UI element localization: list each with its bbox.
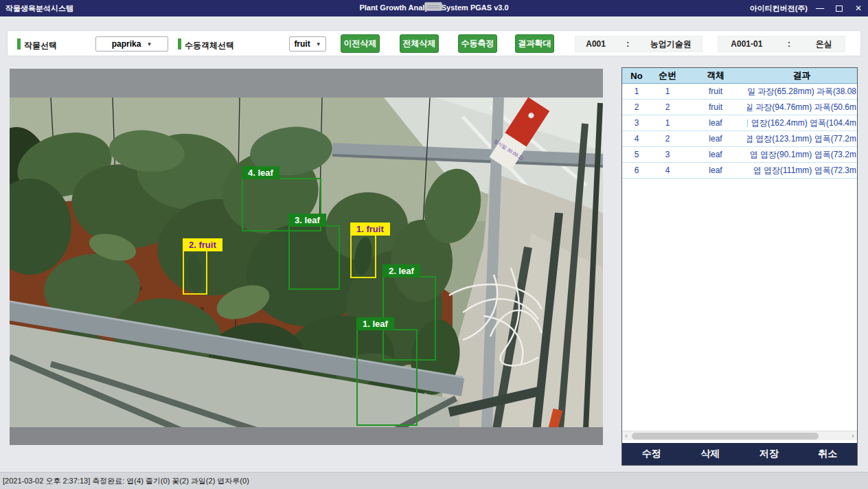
cell-result: 엽 엽장(90.1mm) 엽폭(73.2m (747, 147, 857, 162)
enlarge-result-button[interactable]: 결과확대 (515, 34, 554, 53)
site-code: A001 (586, 39, 606, 49)
cell-result: 엽 엽장(123.1mm) 엽폭(77.2m (747, 131, 857, 146)
maximize-button[interactable] (830, 0, 849, 16)
cell-seq: 1 (651, 84, 684, 99)
cell-no: 4 (622, 131, 651, 146)
cell-seq: 3 (651, 147, 684, 162)
site-name: 농업기술원 (650, 38, 692, 50)
minimize-button[interactable]: — (810, 0, 830, 16)
table-row[interactable]: 1 1 fruit 과일 과장(65.28mm) 과폭(38.08 (622, 84, 857, 100)
horizontal-scrollbar[interactable]: ‹ › (622, 431, 857, 440)
cell-object: fruit (684, 100, 747, 115)
status-bar: [2021-03-02 오후 2:37:13] 측정완료: 엽(4) 줄기(0)… (0, 472, 868, 489)
accent-bar (17, 38, 21, 49)
bbox-label: 1. fruit (350, 223, 390, 236)
cell-object: leaf (684, 131, 747, 146)
save-button[interactable]: 저장 (740, 448, 799, 460)
bbox-label: 3. leaf (288, 214, 326, 227)
separator: : (626, 39, 629, 49)
scroll-right-icon[interactable]: › (849, 432, 857, 440)
title-bar: 작물생육분석시스템 Plant Growth Analysis System P… (0, 0, 868, 16)
col-header-object: 객체 (684, 68, 747, 83)
results-table-header: No 순번 객체 결과 (622, 68, 857, 84)
accent-bar (178, 38, 181, 49)
cell-result: 엽 엽장(111mm) 엽폭(72.3m (747, 163, 857, 178)
manual-object-dropdown[interactable]: fruit ▼ (289, 36, 326, 52)
bbox-label: 1. leaf (356, 317, 394, 330)
manual-measure-button[interactable]: 수동측정 (458, 34, 497, 53)
bbox-label: 2. fruit (183, 238, 222, 251)
cell-result: 과일 과장(65.28mm) 과폭(38.08 (747, 84, 857, 99)
crop-select-dropdown[interactable]: paprika ▼ (95, 36, 168, 52)
crop-select-value: paprika (112, 39, 141, 49)
cancel-button[interactable]: 취소 (799, 448, 858, 460)
chevron-down-icon: ▼ (146, 41, 152, 47)
col-header-no: No (622, 68, 651, 83)
status-text: [2021-03-02 오후 2:37:13] 측정완료: 엽(4) 줄기(0)… (0, 476, 249, 486)
scroll-left-icon[interactable]: ‹ (622, 432, 630, 440)
manual-object-value: fruit (294, 39, 310, 49)
results-panel: No 순번 객체 결과 1 1 fruit 과일 과장(65.28mm) 과폭(… (621, 67, 858, 466)
house-code: A001-01 (731, 39, 762, 49)
cell-seq: 1 (651, 115, 684, 130)
plant-photo-viewport: 정식일 30.09.21 4. leaf 3. leaf 1. fruit 2.… (10, 69, 603, 445)
cell-no: 2 (622, 100, 651, 115)
cell-result: 엽 엽장(162.4mm) 엽폭(104.4m (747, 115, 857, 130)
cell-seq: 2 (651, 100, 684, 115)
table-row[interactable]: 2 2 fruit 과일 과장(94.76mm) 과폭(50.6m (622, 100, 857, 115)
delete-previous-button[interactable]: 이전삭제 (341, 34, 380, 53)
house-info-box: A001-01 : 온실 (718, 36, 845, 52)
company-name: 아이티컨버전(주) (750, 3, 808, 14)
panel-button-bar: 수정 삭제 저장 취소 (622, 443, 857, 465)
edit-button[interactable]: 수정 (622, 448, 681, 460)
table-row[interactable]: 4 2 leaf 엽 엽장(123.1mm) 엽폭(77.2m (622, 131, 857, 147)
chevron-down-icon: ▼ (316, 41, 321, 47)
minimize-icon: — (816, 3, 824, 13)
cell-no: 6 (622, 163, 651, 178)
cell-no: 1 (622, 84, 651, 99)
close-icon: ✕ (855, 3, 862, 13)
cell-object: leaf (684, 163, 747, 178)
col-header-seq: 순번 (651, 68, 684, 83)
cell-no: 5 (622, 147, 651, 162)
col-header-result: 결과 (747, 68, 857, 83)
bbox-leaf-3[interactable]: 3. leaf (288, 225, 340, 290)
app-window: 작물생육분석시스템 Plant Growth Analysis System P… (0, 0, 868, 489)
cell-object: leaf (684, 147, 747, 162)
floating-window-icon (424, 2, 442, 11)
cell-no: 3 (622, 115, 651, 130)
table-row[interactable]: 6 4 leaf 엽 엽장(111mm) 엽폭(72.3m (622, 163, 857, 179)
delete-button[interactable]: 삭제 (681, 448, 740, 460)
manual-object-label: 수동객체선택 (185, 40, 234, 52)
toolbar: 작물선택 paprika ▼ 수동객체선택 fruit ▼ 이전삭제 전체삭제 … (7, 30, 861, 56)
bbox-label: 4. leaf (242, 166, 279, 179)
bbox-leaf-1[interactable]: 1. leaf (356, 329, 418, 426)
table-row[interactable]: 5 3 leaf 엽 엽장(90.1mm) 엽폭(73.2m (622, 147, 857, 163)
bbox-fruit-2[interactable]: 2. fruit (183, 250, 207, 295)
cell-object: fruit (684, 84, 747, 99)
delete-all-button[interactable]: 전체삭제 (400, 34, 439, 53)
cell-seq: 2 (651, 131, 684, 146)
cell-result: 과일 과장(94.76mm) 과폭(50.6m (747, 100, 857, 115)
table-row[interactable]: 3 1 leaf 엽 엽장(162.4mm) 엽폭(104.4m (622, 115, 857, 131)
close-button[interactable]: ✕ (849, 0, 868, 16)
bbox-fruit-1[interactable]: 1. fruit (350, 234, 376, 278)
cell-seq: 4 (651, 163, 684, 178)
house-name: 온실 (816, 38, 832, 50)
cell-object: leaf (684, 115, 747, 130)
bbox-label: 2. leaf (382, 264, 420, 277)
maximize-icon (836, 5, 843, 12)
crop-select-label: 작물선택 (24, 40, 57, 52)
separator: : (788, 39, 790, 49)
scrollbar-thumb[interactable] (632, 433, 819, 440)
site-info-box: A001 : 농업기술원 (575, 36, 703, 52)
